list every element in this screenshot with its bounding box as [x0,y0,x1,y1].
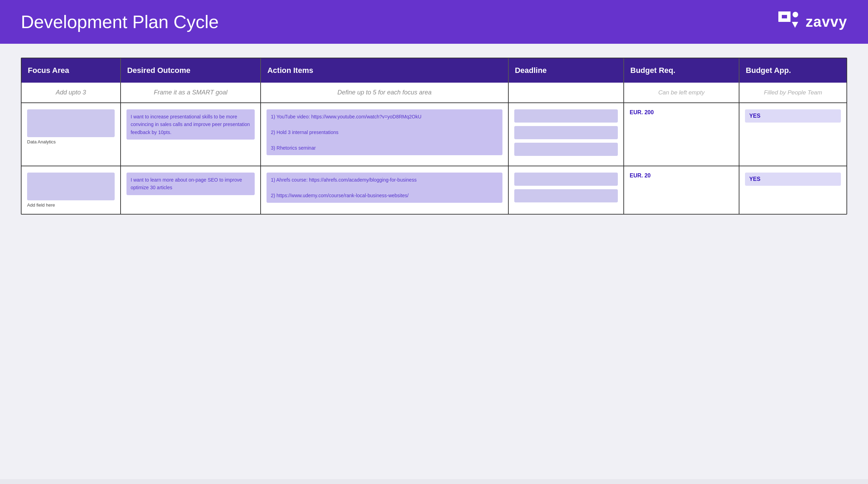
deadline-cell-2 [508,166,624,214]
deadline-box-1a [514,109,618,123]
deadline-box-1b [514,126,618,139]
desired-outcome-box-1: I want to increase presentational skills… [126,109,255,140]
desired-outcome-box-2: I want to learn more about on-page SEO t… [126,173,255,195]
col-header-budget-req: Budget Req. [624,58,739,83]
col-header-desired-outcome: Desired Outcome [121,58,261,83]
deadline-box-1c [514,143,618,156]
budget-req-cell-1: EUR. 200 [624,103,739,166]
hint-budget-req: Can be left empty [624,83,739,103]
budget-req-cell-2: EUR. 20 [624,166,739,214]
col-header-deadline: Deadline [508,58,624,83]
desired-outcome-cell-1: I want to increase presentational skills… [121,103,261,166]
col-header-focus-area: Focus Area [22,58,121,83]
action-items-cell-1: 1) YouTube video: https://www.youtube.co… [261,103,508,166]
main-content: Focus Area Desired Outcome Action Items … [0,44,868,479]
budget-app-box-2: YES [745,173,841,186]
deadline-box-2a [514,173,618,186]
table-header-row: Focus Area Desired Outcome Action Items … [22,58,846,83]
focus-area-cell-2: Add field here [22,166,121,214]
zavvy-logo-icon [777,10,801,34]
focus-area-cell-1: Data Analytics [22,103,121,166]
table-row: Add field here I want to learn more abou… [22,166,846,214]
deadline-cell-1 [508,103,624,166]
budget-app-cell-1: YES [739,103,846,166]
action-items-cell-2: 1) Ahrefs course: https://ahrefs.com/aca… [261,166,508,214]
logo-text: zavvy [806,14,847,30]
budget-app-box-1: YES [745,109,841,123]
hint-budget-app: Filled by People Team [739,83,846,103]
desired-outcome-cell-2: I want to learn more about on-page SEO t… [121,166,261,214]
action-items-box-2: 1) Ahrefs course: https://ahrefs.com/aca… [267,173,502,203]
hint-row: Add upto 3 Frame it as a SMART goal Defi… [22,83,846,103]
focus-area-box-1 [27,109,115,137]
action-items-box-1: 1) YouTube video: https://www.youtube.co… [267,109,502,155]
hint-desired-outcome: Frame it as a SMART goal [121,83,261,103]
development-plan-table: Focus Area Desired Outcome Action Items … [22,58,846,214]
focus-area-box-2 [27,173,115,200]
col-header-budget-app: Budget App. [739,58,846,83]
col-header-action-items: Action Items [261,58,508,83]
focus-area-label-1: Data Analytics [27,139,115,144]
deadline-box-2b [514,189,618,202]
table-row: Data Analytics I want to increase presen… [22,103,846,166]
svg-marker-5 [792,22,798,28]
page-header: Development Plan Cycle zavvy [0,0,868,44]
focus-area-label-2: Add field here [27,202,115,208]
hint-deadline [508,83,624,103]
svg-rect-3 [787,11,791,21]
hint-focus-area: Add upto 3 [22,83,121,103]
table-container: Focus Area Desired Outcome Action Items … [21,58,847,215]
logo-area: zavvy [777,10,847,34]
svg-point-4 [793,12,798,17]
budget-app-cell-2: YES [739,166,846,214]
hint-action-items: Define up to 5 for each focus area [261,83,508,103]
page-title: Development Plan Cycle [21,11,219,32]
